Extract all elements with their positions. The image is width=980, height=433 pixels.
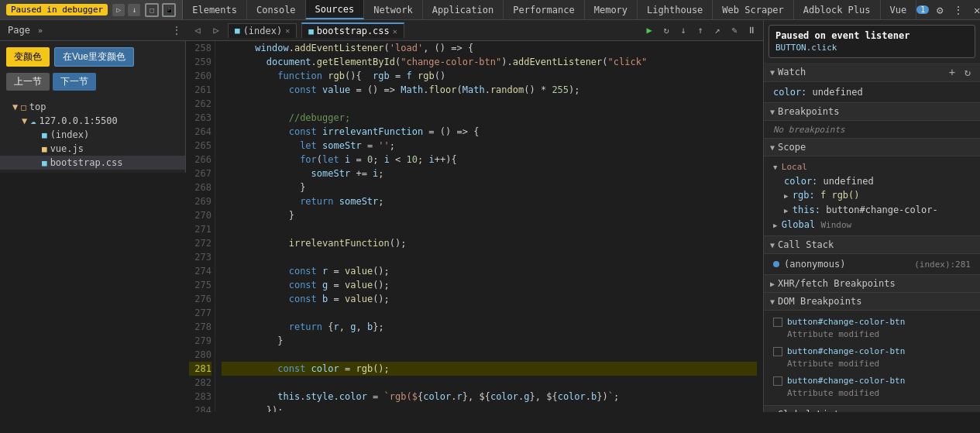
scope-global-val: Window — [820, 220, 851, 230]
scope-this[interactable]: this: button#change-color- — [784, 203, 971, 218]
main-layout: Page » ⋮ 变颜色 在Vue里变颜色 上一节 下一节 ▼ □ — [0, 20, 980, 412]
tab-network[interactable]: Network — [364, 0, 423, 19]
bp-arrow: ▼ — [770, 108, 775, 116]
tab-nav-back[interactable]: ◁ — [191, 23, 205, 37]
dom-bp-header[interactable]: ▼ DOM Breakpoints — [764, 293, 980, 311]
more-icon[interactable]: ⋮ — [951, 2, 966, 18]
scope-this-val: button#change-color- — [820, 204, 938, 215]
scope-this-key: this: — [784, 204, 820, 215]
tree-item-bootstrap[interactable]: ■ bootstrap.css — [0, 156, 185, 170]
code-content: window.addEventListener('load', () => { … — [215, 41, 763, 412]
tab-bar: Elements Console Sources Network Applica… — [183, 0, 916, 19]
breakpoints-header[interactable]: ▼ Breakpoints — [764, 103, 980, 121]
dom-bp-2-text: button#change-color-btn Attribute modifi… — [787, 345, 905, 370]
watch-add-btn[interactable]: + — [946, 66, 958, 78]
breakpoints-content: No breakpoints — [764, 121, 980, 139]
tab-nav-fwd[interactable]: ▷ — [209, 23, 223, 37]
tab-vue[interactable]: Vue — [881, 0, 917, 19]
callstack-location: (index):281 — [914, 259, 971, 270]
prev-button[interactable]: 上一节 — [6, 73, 50, 91]
tab-sources[interactable]: Sources — [306, 0, 365, 19]
scope-header[interactable]: ▼ Scope — [764, 139, 980, 156]
tree-item-server[interactable]: ▼ ☁ 127.0.0.1:5500 — [0, 114, 185, 128]
change-vue-button[interactable]: 在Vue里变颜色 — [54, 47, 134, 67]
tree-item-top[interactable]: ▼ □ top — [0, 100, 185, 114]
inspect-icon[interactable]: □ — [145, 3, 159, 17]
step-btn[interactable]: ↓ — [128, 4, 140, 16]
tree-item-index[interactable]: ■ (index) — [0, 128, 185, 142]
dom-bp-1-check[interactable] — [773, 318, 782, 327]
watch-refresh-btn[interactable]: ↻ — [961, 66, 974, 78]
dom-bp-1: button#change-color-btn Attribute modifi… — [773, 314, 971, 343]
paused-title: Paused on event listener — [775, 30, 968, 41]
file-tab-index[interactable]: ■ (index) ✕ — [228, 23, 297, 38]
editor-edit-btn[interactable]: ✎ — [727, 23, 741, 37]
editor-pause-btn[interactable]: ⏸ — [744, 23, 758, 37]
editor-step-in[interactable]: ↑ — [693, 23, 707, 37]
tab-webscraper[interactable]: Web Scraper — [713, 0, 793, 19]
watch-val-color: undefined — [806, 87, 862, 98]
change-color-button[interactable]: 变颜色 — [6, 47, 50, 67]
tree-item-vuejs[interactable]: ■ vue.js — [0, 142, 185, 156]
tab-count: 1 — [916, 5, 929, 14]
file-tab-bootstrap-close[interactable]: ✕ — [393, 27, 397, 36]
watch-header[interactable]: ▼ Watch + ↻ — [764, 63, 980, 82]
scope-color-key: color: — [784, 176, 817, 187]
left-panel: 变颜色 在Vue里变颜色 上一节 下一节 ▼ □ top ▼ ☁ 12 — [0, 41, 186, 173]
expand-icon: ▼ — [22, 115, 27, 126]
next-button[interactable]: 下一节 — [53, 73, 96, 91]
scope-rgb-val: f rgb() — [815, 190, 860, 201]
tree-label-top: top — [29, 101, 46, 112]
device-icon[interactable]: 📱 — [162, 3, 176, 17]
watch-label: Watch — [778, 67, 806, 77]
color-buttons: 变颜色 在Vue里变颜色 — [6, 47, 134, 67]
scope-global-header[interactable]: Global Window — [773, 218, 971, 232]
scope-rgb-key: rgb: — [784, 190, 815, 201]
file-tab-bootstrap[interactable]: ■ bootstrap.css ✕ — [301, 22, 404, 38]
dom-bp-2-check[interactable] — [773, 347, 782, 356]
tab-performance[interactable]: Performance — [504, 0, 584, 19]
editor-play-btn[interactable]: ▶ — [642, 23, 656, 37]
callstack-label: Call Stack — [778, 239, 834, 250]
callstack-content: (anonymous) (index):281 — [764, 254, 980, 275]
page-chevron[interactable]: » — [38, 26, 43, 35]
close-icon[interactable]: ✕ — [969, 2, 980, 18]
callstack-header[interactable]: ▼ Call Stack — [764, 236, 980, 254]
dom-bp-3-check[interactable] — [773, 376, 782, 386]
editor-step-over[interactable]: ↓ — [676, 23, 690, 37]
dom-label: DOM Breakpoints — [778, 296, 861, 307]
callstack-dot — [773, 261, 779, 267]
settings-icon[interactable]: ⚙ — [932, 2, 947, 18]
dom-bp-2-desc: Attribute modified — [787, 358, 905, 370]
watch-arrow: ▼ — [770, 68, 775, 77]
cloud-icon: ☁ — [30, 115, 36, 126]
gl-arrow: ▶ — [770, 411, 775, 413]
code-editor[interactable]: 258259260261 262263264265 266267268269 2… — [186, 41, 763, 412]
tab-application[interactable]: Application — [423, 0, 504, 19]
scope-rgb[interactable]: rgb: f rgb() — [784, 188, 971, 203]
tab-adblock[interactable]: Adblock Plus — [794, 0, 881, 19]
left-more-icon[interactable]: ⋮ — [172, 25, 181, 36]
scope-local-header[interactable]: Local — [773, 160, 971, 174]
file-tab-index-close[interactable]: ✕ — [285, 26, 290, 35]
pause-controls: ▷ ↓ — [112, 4, 140, 16]
scope-content: Local color: undefined rgb: f rgb() this… — [764, 156, 980, 236]
dom-bp-1-text: button#change-color-btn Attribute modifi… — [787, 316, 905, 341]
editor-reload-btn[interactable]: ↻ — [659, 23, 673, 37]
callstack-name: (anonymous) — [784, 259, 845, 270]
tab-console[interactable]: Console — [247, 0, 306, 19]
callstack-anon[interactable]: (anonymous) (index):281 — [773, 257, 971, 271]
editor-step-out[interactable]: ↗ — [710, 23, 724, 37]
resume-btn[interactable]: ▷ — [112, 4, 125, 16]
tab-elements[interactable]: Elements — [183, 0, 247, 19]
dom-bp-content: button#change-color-btn Attribute modifi… — [764, 311, 980, 406]
tab-lighthouse[interactable]: Lighthouse — [638, 0, 713, 19]
global-listeners-header[interactable]: ▶ Global Listeners — [764, 406, 980, 412]
dom-arrow: ▼ — [770, 297, 775, 306]
top-bar: Paused in debugger ▷ ↓ □ 📱 Elements Cons… — [0, 0, 980, 20]
xhr-label: XHR/fetch Breakpoints — [778, 278, 896, 289]
left-side: Page » ⋮ 变颜色 在Vue里变颜色 上一节 下一节 ▼ □ — [0, 20, 186, 412]
html-file-icon: ■ — [42, 130, 47, 140]
xhr-header[interactable]: ▶ XHR/fetch Breakpoints — [764, 275, 980, 293]
tab-memory[interactable]: Memory — [585, 0, 638, 19]
